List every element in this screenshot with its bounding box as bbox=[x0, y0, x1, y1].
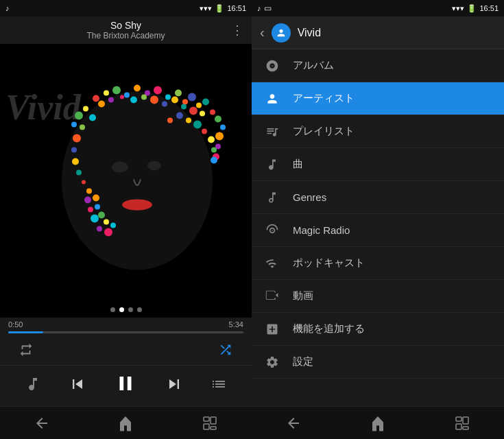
notes-button[interactable] bbox=[25, 376, 41, 396]
songs-label: 曲 bbox=[293, 158, 303, 171]
svg-point-46 bbox=[104, 220, 109, 225]
svg-rect-70 bbox=[463, 417, 468, 424]
menu-item-add-function[interactable]: 機能を追加する bbox=[252, 313, 504, 346]
svg-point-49 bbox=[93, 195, 99, 202]
menu-item-video[interactable]: 動画 bbox=[252, 280, 504, 313]
menu-item-magic-radio[interactable]: Magic Radio bbox=[252, 214, 504, 247]
svg-point-27 bbox=[171, 97, 178, 104]
svg-rect-71 bbox=[456, 424, 461, 429]
right-recent-nav-button[interactable] bbox=[445, 407, 479, 440]
svg-point-58 bbox=[208, 137, 215, 143]
svg-point-62 bbox=[84, 197, 91, 204]
right-battery-icon: 🔋 bbox=[467, 4, 477, 13]
video-label: 動画 bbox=[293, 289, 313, 302]
magic-radio-label: Magic Radio bbox=[293, 224, 350, 236]
svg-point-60 bbox=[211, 157, 217, 164]
settings-icon bbox=[263, 353, 282, 372]
video-icon bbox=[263, 287, 282, 306]
right-wifi-icon: ▾▾▾ bbox=[452, 4, 464, 13]
svg-point-22 bbox=[120, 95, 124, 99]
status-left-icons: ♪ bbox=[5, 4, 10, 12]
menu-item-songs[interactable]: 曲 bbox=[252, 148, 504, 181]
svg-point-64 bbox=[91, 215, 99, 223]
svg-point-41 bbox=[76, 170, 82, 176]
svg-point-10 bbox=[165, 95, 171, 100]
podcast-icon bbox=[263, 254, 282, 273]
dot-4 bbox=[137, 307, 142, 312]
next-button[interactable] bbox=[165, 375, 184, 398]
queue-button[interactable] bbox=[211, 376, 227, 396]
prev-button[interactable] bbox=[68, 375, 87, 398]
svg-point-17 bbox=[83, 106, 88, 112]
svg-point-32 bbox=[220, 125, 226, 130]
svg-point-4 bbox=[104, 91, 109, 96]
status-time: 16:51 bbox=[227, 4, 246, 12]
menu-item-artist[interactable]: アーティスト bbox=[252, 82, 504, 115]
left-panel: ♪ ▾▾▾ 🔋 16:51 So Shy The Brixton Academy… bbox=[0, 0, 252, 439]
repeat-button[interactable] bbox=[14, 337, 38, 362]
svg-point-5 bbox=[112, 86, 121, 95]
svg-point-9 bbox=[154, 86, 162, 95]
playlist-icon bbox=[263, 122, 282, 141]
dot-1 bbox=[110, 307, 115, 312]
shuffle-button[interactable] bbox=[213, 337, 238, 362]
album-art-svg: Vivid bbox=[0, 44, 252, 318]
wifi-icon: ▾▾▾ bbox=[200, 4, 212, 13]
svg-rect-67 bbox=[204, 424, 209, 429]
svg-point-7 bbox=[134, 85, 141, 92]
svg-point-23 bbox=[130, 97, 137, 104]
svg-point-47 bbox=[98, 212, 105, 219]
recent-nav-button[interactable] bbox=[193, 407, 227, 440]
svg-point-43 bbox=[112, 162, 128, 173]
svg-point-56 bbox=[193, 121, 202, 129]
svg-point-25 bbox=[150, 96, 158, 104]
menu-item-playlist[interactable]: プレイリスト bbox=[252, 115, 504, 148]
svg-point-63 bbox=[88, 207, 93, 213]
right-back-nav-button[interactable] bbox=[276, 407, 311, 440]
pause-button[interactable] bbox=[114, 372, 137, 400]
music-note-icon: ♪ bbox=[5, 4, 10, 12]
genres-icon bbox=[263, 188, 282, 207]
menu-list: アルバム アーティスト プレイリスト 曲 bbox=[252, 49, 504, 406]
svg-point-48 bbox=[95, 204, 100, 210]
right-music-icon: ♪ bbox=[257, 4, 261, 12]
back-nav-button[interactable] bbox=[25, 407, 59, 440]
svg-rect-69 bbox=[456, 417, 461, 421]
right-screen-icon: ▭ bbox=[264, 3, 272, 13]
svg-point-12 bbox=[182, 99, 188, 105]
svg-point-55 bbox=[186, 118, 191, 123]
playback-row bbox=[0, 365, 252, 406]
song-name: So Shy bbox=[86, 20, 165, 31]
right-home-nav-button[interactable] bbox=[361, 407, 395, 440]
svg-point-61 bbox=[86, 189, 92, 194]
left-nav-bar bbox=[0, 406, 252, 439]
left-status-bar: ♪ ▾▾▾ 🔋 16:51 bbox=[0, 0, 252, 16]
album-label: アルバム bbox=[293, 59, 334, 72]
header-artist-icon bbox=[272, 23, 291, 43]
svg-point-20 bbox=[98, 101, 105, 108]
right-status-bar: ♪ ▭ ▾▾▾ 🔋 16:51 bbox=[252, 0, 504, 16]
overflow-menu-button[interactable]: ⋮ bbox=[231, 23, 243, 38]
pagination-dots bbox=[110, 307, 142, 312]
svg-rect-65 bbox=[204, 417, 209, 421]
svg-point-36 bbox=[89, 115, 96, 121]
right-status-right: ▾▾▾ 🔋 16:51 bbox=[452, 4, 499, 13]
genres-label: Genres bbox=[293, 191, 326, 203]
svg-point-38 bbox=[73, 134, 81, 143]
menu-item-genres[interactable]: Genres bbox=[252, 181, 504, 214]
add-function-icon bbox=[263, 320, 282, 339]
svg-point-21 bbox=[108, 97, 114, 103]
controls-row bbox=[0, 335, 252, 365]
progress-bar[interactable] bbox=[8, 331, 243, 333]
menu-item-album[interactable]: アルバム bbox=[252, 49, 504, 82]
menu-item-settings[interactable]: 設定 bbox=[252, 346, 504, 379]
artist-icon bbox=[263, 89, 282, 108]
drawer-back-button[interactable]: ‹ bbox=[260, 25, 265, 40]
svg-point-18 bbox=[75, 112, 83, 120]
home-nav-button[interactable] bbox=[108, 407, 143, 440]
menu-item-podcast[interactable]: ポッドキャスト bbox=[252, 247, 504, 280]
svg-point-53 bbox=[167, 118, 173, 123]
magic-radio-icon bbox=[263, 221, 282, 240]
svg-point-51 bbox=[104, 228, 112, 237]
svg-point-31 bbox=[215, 116, 221, 123]
